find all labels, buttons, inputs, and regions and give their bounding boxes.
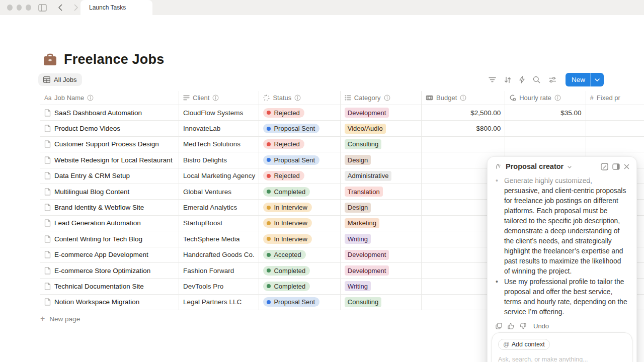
window-zoom-button[interactable] bbox=[26, 5, 31, 11]
budget-cell[interactable]: $800.00 bbox=[422, 121, 505, 136]
close-icon[interactable] bbox=[624, 164, 629, 169]
job-name-cell[interactable]: Product Demo Videos bbox=[40, 121, 179, 136]
tab-launch-tasks[interactable]: Launch Tasks bbox=[80, 0, 152, 15]
forward-icon[interactable] bbox=[72, 3, 81, 13]
add-context-chip[interactable]: @ Add context bbox=[498, 339, 550, 350]
column-header-status[interactable]: Status bbox=[259, 91, 340, 105]
client-cell[interactable]: MedTech Solutions bbox=[179, 137, 259, 152]
job-name-cell[interactable]: Website Redesign for Local Restaurant bbox=[40, 152, 179, 168]
column-header-hourly-rate[interactable]: Hourly rate bbox=[505, 91, 586, 105]
ai-panel-title[interactable]: Proposal creator bbox=[506, 162, 564, 170]
job-name-cell[interactable]: E-commerce App Development bbox=[40, 247, 179, 263]
table-row[interactable]: SaaS Dashboard Automation CloudFlow Syst… bbox=[40, 105, 644, 121]
filter-icon[interactable] bbox=[489, 76, 496, 83]
ai-input-card[interactable]: @ Add context Ask, search, or make anyth… bbox=[492, 332, 632, 362]
table-row[interactable]: Product Demo Videos InnovateLab Proposal… bbox=[40, 121, 644, 136]
copy-icon[interactable] bbox=[496, 323, 502, 329]
new-button-chevron-icon[interactable] bbox=[591, 78, 604, 81]
table-row[interactable]: Customer Support Process Design MedTech … bbox=[40, 137, 644, 152]
category-cell[interactable]: Translation bbox=[341, 184, 422, 200]
client-cell[interactable]: Local Marketing Agency bbox=[179, 168, 259, 184]
lightning-icon[interactable] bbox=[519, 76, 525, 83]
category-cell[interactable]: Video/Audio bbox=[341, 121, 422, 136]
client-cell[interactable]: StartupBoost bbox=[179, 216, 259, 231]
budget-cell[interactable] bbox=[422, 137, 505, 152]
client-cell[interactable]: Global Ventures bbox=[179, 184, 259, 200]
status-cell[interactable]: Completed bbox=[259, 279, 340, 294]
column-header-job-name[interactable]: Aa Job Name bbox=[40, 91, 179, 105]
status-cell[interactable]: Accepted bbox=[259, 247, 340, 263]
client-cell[interactable]: Legal Partners LLC bbox=[179, 295, 259, 310]
category-cell[interactable]: Writing bbox=[341, 231, 422, 247]
compose-icon[interactable] bbox=[601, 163, 608, 170]
status-cell[interactable]: In Interview bbox=[259, 231, 340, 247]
search-icon[interactable] bbox=[533, 76, 540, 83]
job-name-cell[interactable]: Brand Identity & Webflow Site bbox=[40, 200, 179, 215]
status-cell[interactable]: Rejected bbox=[259, 105, 340, 121]
category-cell[interactable]: Administrative bbox=[341, 168, 422, 184]
budget-cell[interactable]: $2,500.00 bbox=[422, 105, 505, 121]
undo-button[interactable]: Undo bbox=[533, 322, 549, 330]
job-name-cell[interactable]: Data Entry & CRM Setup bbox=[40, 168, 179, 184]
page-title[interactable]: Freelance Jobs bbox=[64, 52, 164, 67]
job-name-cell[interactable]: Technical Documentation Site bbox=[40, 279, 179, 294]
client-cell[interactable]: Bistro Delights bbox=[179, 152, 259, 168]
column-header-category[interactable]: Category bbox=[341, 91, 422, 105]
ai-prompt-input[interactable]: Ask, search, or make anything... bbox=[498, 356, 626, 362]
category-cell[interactable]: Marketing bbox=[341, 216, 422, 231]
client-cell[interactable]: Fashion Forward bbox=[179, 263, 259, 279]
hourly-rate-cell[interactable]: $35.00 bbox=[505, 105, 586, 121]
fixed-price-cell[interactable] bbox=[586, 121, 644, 136]
thumbs-up-icon[interactable] bbox=[508, 323, 514, 329]
status-cell[interactable]: Rejected bbox=[259, 168, 340, 184]
client-cell[interactable]: CloudFlow Systems bbox=[179, 105, 259, 121]
status-cell[interactable]: Proposal Sent bbox=[259, 295, 340, 310]
view-settings-icon[interactable] bbox=[548, 76, 556, 83]
thumbs-down-icon[interactable] bbox=[520, 323, 526, 329]
status-cell[interactable]: Proposal Sent bbox=[259, 152, 340, 168]
job-name-cell[interactable]: E-commerce Store Optimization bbox=[40, 263, 179, 279]
client-text: CloudFlow Systems bbox=[183, 109, 243, 117]
category-cell[interactable]: Design bbox=[341, 200, 422, 215]
status-cell[interactable]: Rejected bbox=[259, 137, 340, 152]
back-icon[interactable] bbox=[56, 3, 65, 13]
sort-icon[interactable] bbox=[504, 76, 511, 83]
category-cell[interactable]: Writing bbox=[341, 279, 422, 294]
new-button[interactable]: New bbox=[566, 73, 604, 86]
client-cell[interactable]: DevTools Pro bbox=[179, 279, 259, 294]
category-cell[interactable]: Consulting bbox=[341, 137, 422, 152]
job-name-cell[interactable]: Multilingual Blog Content bbox=[40, 184, 179, 200]
client-cell[interactable]: Emerald Analytics bbox=[179, 200, 259, 215]
status-cell[interactable]: Completed bbox=[259, 263, 340, 279]
open-side-peek-icon[interactable] bbox=[612, 163, 620, 170]
chevron-down-icon[interactable] bbox=[568, 166, 572, 168]
view-tab-all-jobs[interactable]: All Jobs bbox=[38, 73, 82, 86]
job-name-cell[interactable]: SaaS Dashboard Automation bbox=[40, 105, 179, 121]
fixed-price-cell[interactable] bbox=[586, 105, 644, 121]
job-name-cell[interactable]: Customer Support Process Design bbox=[40, 137, 179, 152]
category-cell[interactable]: Consulting bbox=[341, 295, 422, 310]
column-header-fixed-price[interactable]: # Fixed pr bbox=[586, 91, 644, 105]
job-name-cell[interactable]: Notion Workspace Migration bbox=[40, 295, 179, 310]
column-header-client[interactable]: Client bbox=[179, 91, 259, 105]
status-cell[interactable]: Completed bbox=[259, 184, 340, 200]
hourly-rate-cell[interactable] bbox=[505, 121, 586, 136]
status-cell[interactable]: Proposal Sent bbox=[259, 121, 340, 136]
hourly-rate-cell[interactable] bbox=[505, 137, 586, 152]
client-cell[interactable]: InnovateLab bbox=[179, 121, 259, 136]
column-header-budget[interactable]: Budget bbox=[422, 91, 505, 105]
fixed-price-cell[interactable] bbox=[586, 137, 644, 152]
category-cell[interactable]: Development bbox=[341, 263, 422, 279]
status-cell[interactable]: In Interview bbox=[259, 200, 340, 215]
job-name-cell[interactable]: Lead Generation Automation bbox=[40, 216, 179, 231]
sidebar-toggle-icon[interactable] bbox=[38, 3, 47, 13]
client-cell[interactable]: Handcrafted Goods Co. bbox=[179, 247, 259, 263]
category-cell[interactable]: Development bbox=[341, 247, 422, 263]
category-cell[interactable]: Development bbox=[341, 105, 422, 121]
category-cell[interactable]: Design bbox=[341, 152, 422, 168]
status-cell[interactable]: In Interview bbox=[259, 216, 340, 231]
job-name-cell[interactable]: Content Writing for Tech Blog bbox=[40, 231, 179, 247]
client-cell[interactable]: TechSphere Media bbox=[179, 231, 259, 247]
window-close-button[interactable] bbox=[7, 5, 13, 11]
window-minimize-button[interactable] bbox=[17, 5, 22, 11]
